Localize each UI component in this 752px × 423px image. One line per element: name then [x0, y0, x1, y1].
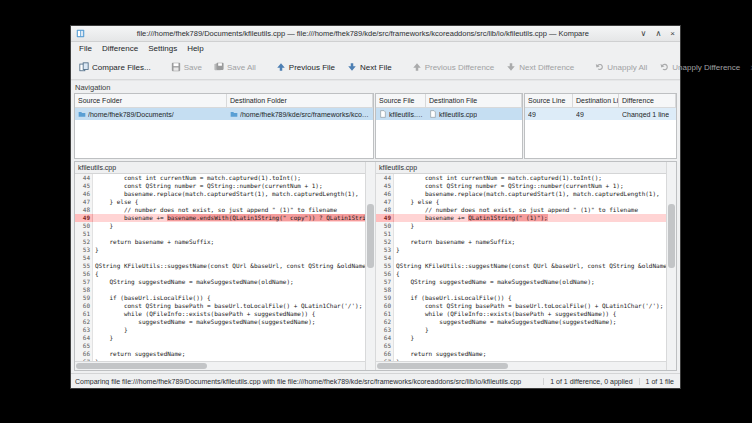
down-arrow-gray-icon	[506, 62, 516, 72]
line-text: }	[93, 326, 365, 334]
line-number: 50	[75, 222, 93, 230]
unapply-difference-button[interactable]: Unapply Difference	[654, 59, 745, 75]
next-difference-button[interactable]: Next Difference	[501, 59, 579, 75]
code-line: 64 }	[75, 334, 365, 342]
line-number: 47	[376, 198, 394, 206]
previous-file-button[interactable]: Previous File	[271, 59, 340, 75]
next-file-button[interactable]: Next File	[342, 59, 397, 75]
code-line: 65	[376, 342, 666, 350]
line-number: 60	[376, 302, 394, 310]
status-diff-count: 1 of 1 difference, 0 applied	[543, 378, 638, 385]
line-number: 66	[75, 350, 93, 358]
save-button[interactable]: Save	[166, 59, 207, 75]
line-number: 48	[376, 206, 394, 214]
column-header-destination-file[interactable]: Destination File	[426, 94, 522, 107]
line-number: 62	[376, 318, 394, 326]
line-text: basename.replace(match.capturedStart(1),…	[93, 190, 365, 198]
toolbar-button-label: Next File	[360, 63, 392, 72]
code-line: 47 } else {	[75, 198, 365, 206]
line-number: 54	[75, 254, 93, 262]
up-arrow-gray-icon	[412, 62, 422, 72]
destination-pane-title: kfileutils.cpp	[376, 162, 666, 174]
line-text: // number does not exist, so just append…	[394, 206, 666, 214]
save-all-button[interactable]: Save All	[209, 59, 261, 75]
column-header-destination-line[interactable]: Destination Line	[573, 94, 619, 107]
code-line: 51	[75, 230, 365, 238]
line-number: 56	[376, 270, 394, 278]
source-horizontal-scrollbar[interactable]	[75, 361, 365, 370]
menu-item-difference[interactable]: Difference	[97, 44, 143, 53]
code-line: 44 const int currentNum = match.captured…	[376, 174, 666, 182]
scrollbar-thumb[interactable]	[668, 204, 675, 268]
minimize-button[interactable]: ∨	[641, 29, 647, 38]
column-header-source-line[interactable]: Source Line	[525, 94, 573, 107]
menu-item-help[interactable]: Help	[182, 44, 208, 53]
column-header-source-file[interactable]: Source File	[376, 94, 426, 107]
toolbar-button-label: Save All	[227, 63, 256, 72]
menu-item-settings[interactable]: Settings	[143, 44, 182, 53]
line-text: {	[394, 270, 666, 278]
folder-icon	[78, 110, 86, 118]
line-number: 48	[75, 206, 93, 214]
source-code-view[interactable]: 44 const int currentNum = match.captured…	[75, 174, 365, 361]
code-line: 57 QString suggestedName = makeSuggested…	[376, 278, 666, 286]
right-vertical-scrollbar[interactable]	[666, 162, 676, 370]
center-vertical-scrollbar[interactable]	[365, 162, 376, 370]
line-text: QString suggestedName = makeSuggestedNam…	[93, 278, 365, 286]
destination-horizontal-scrollbar[interactable]	[376, 361, 666, 370]
close-button[interactable]: ×	[670, 29, 675, 38]
scrollbar-thumb[interactable]	[377, 363, 508, 369]
kompare-window: file:///home/fhek789/Documents/kfileutil…	[70, 25, 681, 389]
line-number: 65	[376, 342, 394, 350]
column-header-destination-folder[interactable]: Destination Folder	[227, 94, 373, 107]
code-line: 46 basename.replace(match.capturedStart(…	[75, 190, 365, 198]
difference-row[interactable]: 49 49 Changed 1 line	[525, 108, 676, 120]
line-text: }	[394, 222, 666, 230]
code-line: 59 if (baseUrl.isLocalFile()) {	[75, 294, 365, 302]
lines-table: Source Line Destination Line Difference …	[524, 93, 677, 159]
diff-changed-line[interactable]: 49 basename += basename.endsWith(QLatin1…	[75, 214, 365, 222]
line-number: 45	[376, 182, 394, 190]
line-number: 55	[376, 262, 394, 270]
statusbar: Comparing file file:///home/fhek789/Docu…	[71, 373, 680, 388]
folder-icon	[230, 110, 238, 118]
files-row[interactable]: kfileutils.cpp kfileutils.cpp	[376, 108, 522, 120]
line-number: 63	[75, 326, 93, 334]
source-pane-title: kfileutils.cpp	[75, 162, 365, 174]
code-line: 50 }	[376, 222, 666, 230]
folders-row[interactable]: /home/fhek789/Documents/ /home/fhek789/k…	[75, 108, 373, 120]
line-number: 62	[75, 318, 93, 326]
column-header-difference[interactable]: Difference	[619, 94, 676, 107]
menu-item-file[interactable]: File	[74, 44, 97, 53]
diff-changed-line[interactable]: 49 basename += QLatin1String(" (1)");	[376, 214, 666, 222]
line-text: QString KFileUtils::suggestName(const QU…	[93, 262, 365, 270]
code-line: 48 // number does not exist, so just app…	[376, 206, 666, 214]
toolbar: Compare Files...SaveSave AllPrevious Fil…	[71, 55, 680, 80]
line-number: 51	[376, 230, 394, 238]
column-header-source-folder[interactable]: Source Folder	[75, 94, 227, 107]
destination-code-view[interactable]: 44 const int currentNum = match.captured…	[376, 174, 666, 361]
titlebar[interactable]: file:///home/fhek789/Documents/kfileutil…	[71, 26, 680, 42]
folders-header-row: Source Folder Destination Folder	[75, 94, 373, 108]
code-line: 52 return basename + nameSuffix;	[75, 238, 365, 246]
line-number: 64	[75, 334, 93, 342]
line-number: 56	[75, 270, 93, 278]
line-text: return basename + nameSuffix;	[93, 238, 365, 246]
maximize-button[interactable]: ∧	[655, 29, 661, 38]
code-line: 60 const QString basePath = baseUrl.toLo…	[376, 302, 666, 310]
previous-difference-button[interactable]: Previous Difference	[407, 59, 500, 75]
line-number: 46	[376, 190, 394, 198]
line-number: 55	[75, 262, 93, 270]
code-line: 56{	[376, 270, 666, 278]
code-line: 51	[376, 230, 666, 238]
compare-files-button[interactable]: Compare Files...	[74, 59, 156, 75]
line-number: 58	[376, 286, 394, 294]
line-text: const int currentNum = match.captured(1)…	[93, 174, 365, 182]
toolbar-overflow-chevron-icon[interactable]: ›	[747, 62, 752, 73]
line-number: 64	[376, 334, 394, 342]
scrollbar-thumb[interactable]	[76, 363, 207, 369]
code-line: 61 while (QFileInfo::exists(basePath + s…	[75, 310, 365, 318]
source-line-cell: 49	[525, 111, 573, 118]
unapply-all-button[interactable]: Unapply All	[589, 59, 652, 75]
scrollbar-thumb[interactable]	[367, 204, 374, 268]
